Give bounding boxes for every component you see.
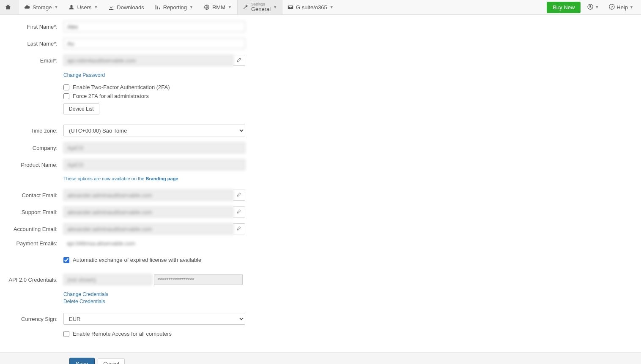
nav-settings[interactable]: Settings General ▼: [237, 0, 282, 14]
nav-settings-main: General: [251, 6, 271, 12]
currency-select[interactable]: EUR: [63, 313, 245, 325]
company-label: Company:: [0, 145, 63, 151]
nav-storage-label: Storage: [33, 4, 52, 11]
top-navbar: Storage ▼ Users ▼ Downloads Reporting ▼ …: [0, 0, 641, 15]
email-input: [63, 55, 233, 66]
currency-label: Currency Sign:: [0, 316, 63, 322]
api-credentials-label: API 2.0 Credentials:: [0, 277, 63, 283]
contact-email-label: Contact Email:: [0, 192, 63, 198]
pencil-icon: [236, 226, 241, 232]
pencil-icon: [236, 57, 241, 64]
user-circle-icon: [587, 4, 593, 11]
nav-help[interactable]: ? Help ▼: [605, 4, 637, 11]
branding-page-link[interactable]: Branding page: [145, 176, 178, 181]
change-password-link[interactable]: Change Password: [63, 72, 105, 78]
force-2fa-label: Force 2FA for all administrators: [73, 93, 149, 99]
nav-downloads[interactable]: Downloads: [103, 0, 149, 14]
chart-icon: [155, 4, 161, 10]
product-name-label: Product Name:: [0, 162, 63, 168]
wrench-icon: [243, 4, 249, 10]
change-credentials-link[interactable]: Change Credentials: [63, 291, 108, 297]
caret-icon: ▼: [228, 5, 232, 9]
support-email-input: [63, 206, 233, 217]
first-name-label: First Name*:: [0, 24, 63, 30]
nav-home[interactable]: [0, 0, 19, 14]
company-input: [63, 142, 245, 153]
delete-credentials-link[interactable]: Delete Credentials: [63, 299, 105, 304]
nav-reporting-label: Reporting: [163, 4, 187, 11]
envelope-icon: [288, 4, 293, 10]
contact-email-edit-button[interactable]: [233, 190, 245, 201]
caret-icon: ▼: [273, 5, 277, 9]
auto-exchange-checkbox[interactable]: [63, 257, 69, 263]
email-edit-button[interactable]: [233, 55, 245, 66]
svg-text:?: ?: [611, 5, 613, 9]
settings-form: First Name*: Last Name*: Email*: Change …: [0, 15, 641, 340]
last-name-label: Last Name*:: [0, 41, 63, 47]
first-name-input[interactable]: [63, 21, 245, 32]
support-email-edit-button[interactable]: [233, 206, 245, 217]
branding-note: These options are now available on the B…: [63, 176, 245, 181]
email-label: Email*:: [0, 57, 63, 64]
nav-gsuite[interactable]: G suite/o365 ▼: [282, 0, 339, 14]
save-button[interactable]: Save: [69, 358, 95, 364]
nav-downloads-label: Downloads: [117, 4, 144, 11]
caret-icon: ▼: [55, 5, 58, 9]
nav-rmm-label: RMM: [212, 4, 225, 11]
help-icon: ?: [609, 4, 615, 11]
enable-2fa-label: Enable Two-Factor Authentication (2FA): [73, 84, 170, 90]
timezone-label: Time zone:: [0, 128, 63, 134]
user-icon: [68, 4, 74, 10]
globe-icon: [204, 4, 210, 10]
product-name-input: [63, 159, 245, 170]
contact-email-input: [63, 190, 233, 201]
caret-icon: ▼: [330, 5, 334, 9]
nav-reporting[interactable]: Reporting ▼: [150, 0, 199, 14]
caret-icon: ▼: [630, 5, 633, 9]
enable-2fa-checkbox[interactable]: [63, 84, 69, 90]
nav-users-label: Users: [77, 4, 91, 11]
last-name-input[interactable]: [63, 38, 245, 49]
enable-remote-label: Enable Remote Access for all computers: [73, 331, 172, 337]
accounting-email-label: Accounting Email:: [0, 226, 63, 232]
api-pass-input: [154, 274, 243, 285]
nav-gsuite-label: G suite/o365: [296, 4, 327, 11]
svg-point-2: [589, 5, 591, 7]
enable-remote-checkbox[interactable]: [63, 331, 69, 337]
force-2fa-checkbox[interactable]: [63, 93, 69, 99]
nav-users[interactable]: Users ▼: [63, 0, 103, 14]
cancel-button[interactable]: Cancel: [98, 359, 124, 364]
cloud-icon: [24, 4, 30, 10]
nav-rmm[interactable]: RMM ▼: [199, 0, 237, 14]
device-list-button[interactable]: Device List: [63, 103, 99, 114]
accounting-email-edit-button[interactable]: [233, 223, 245, 234]
api-user-input: [63, 274, 152, 285]
auto-exchange-label: Automatic exchange of expired license wi…: [73, 257, 201, 263]
nav-help-label: Help: [616, 4, 628, 11]
buy-new-button[interactable]: Buy New: [547, 2, 581, 13]
download-icon: [108, 4, 114, 10]
nav-account[interactable]: ▼: [584, 4, 602, 11]
pencil-icon: [236, 192, 241, 198]
payment-emails-label: Payment Emails:: [0, 240, 63, 247]
payment-emails-value: api.048msa.altservable.com: [63, 240, 135, 247]
caret-icon: ▼: [189, 5, 193, 9]
timezone-select[interactable]: (UTC+00:00) Sao Tome: [63, 125, 245, 136]
form-footer: Save Cancel: [0, 352, 641, 364]
caret-icon: ▼: [94, 5, 98, 9]
nav-storage[interactable]: Storage ▼: [19, 0, 63, 14]
pencil-icon: [236, 209, 241, 215]
support-email-label: Support Email:: [0, 209, 63, 215]
accounting-email-input: [63, 223, 233, 234]
caret-icon: ▼: [595, 5, 599, 9]
home-icon: [5, 4, 11, 10]
